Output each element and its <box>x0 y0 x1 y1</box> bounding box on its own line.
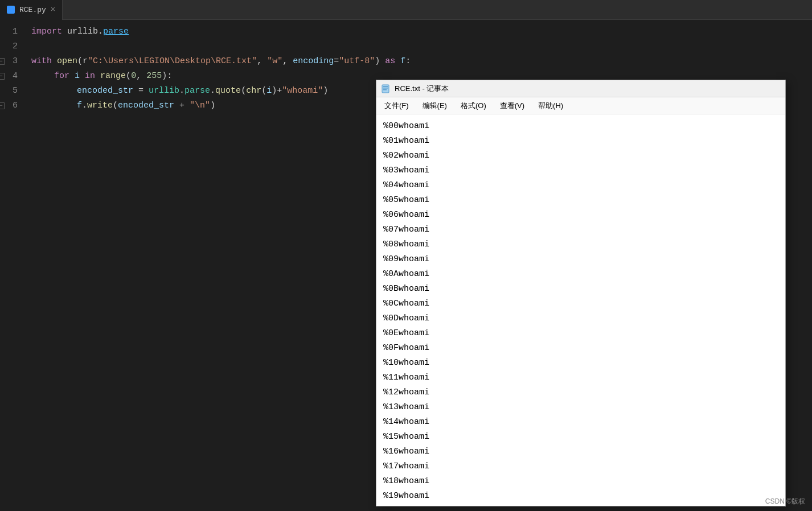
watermark: CSDN ©版权 <box>765 497 805 506</box>
tab-label: RCE.py <box>19 6 46 14</box>
plain: ) <box>375 54 385 69</box>
notepad-line-15: %0Ewhoami <box>383 326 778 341</box>
notepad-line-16: %0Fwhoami <box>383 341 778 356</box>
plain: ( <box>126 69 131 84</box>
plain: + <box>174 98 190 113</box>
notepad-line-12: %0Bwhoami <box>383 282 778 296</box>
plain: )+ <box>272 84 282 98</box>
notepad-app-icon <box>381 84 390 93</box>
plain: ( <box>241 84 246 98</box>
notepad-menubar: 文件(F) 编辑(E) 格式(O) 查看(V) 帮助(H) <box>376 97 785 114</box>
plain: ): <box>162 69 172 84</box>
plain: = <box>334 54 339 69</box>
code-line-1: import urllib.parse <box>31 24 812 39</box>
tab-close-button[interactable]: × <box>51 6 55 14</box>
plain: ) <box>210 98 215 113</box>
notepad-line-13: %0Cwhoami <box>383 296 778 311</box>
var-f2: f <box>77 98 82 113</box>
var-encoded-str: encoded_str <box>77 84 133 98</box>
notepad-line-11: %0Awhoami <box>383 267 778 282</box>
menu-help[interactable]: 帮助(H) <box>532 98 569 113</box>
notepad-window[interactable]: RCE.txt - 记事本 文件(F) 编辑(E) 格式(O) 查看(V) 帮助… <box>376 80 786 506</box>
keyword-as: as <box>385 54 395 69</box>
plain <box>95 69 100 84</box>
menu-file[interactable]: 文件(F) <box>379 98 415 113</box>
notepad-line-5: %04whoami <box>383 178 778 193</box>
var-encoded-str2: encoded_str <box>118 98 174 113</box>
notepad-line-17: %10whoami <box>383 356 778 370</box>
svg-rect-3 <box>383 89 387 90</box>
plain: , <box>136 69 146 84</box>
builtin-open: open <box>57 54 77 69</box>
plain: ) <box>323 84 328 98</box>
notepad-line-9: %08whoami <box>383 237 778 252</box>
line-number-6: − 6 <box>0 98 22 113</box>
notepad-line-2: %01whoami <box>383 134 778 149</box>
fn-write: write <box>87 98 113 113</box>
notepad-line-1: %00whoami <box>383 119 778 134</box>
line-number-3: − 3 <box>0 54 22 69</box>
notepad-line-3: %02whoami <box>383 149 778 163</box>
str-whoami: "whoami" <box>282 84 323 98</box>
notepad-line-22: %15whoami <box>383 430 778 444</box>
keyword-in: in <box>85 69 95 84</box>
notepad-line-23: %16whoami <box>383 444 778 459</box>
fold-4[interactable]: − <box>0 73 5 80</box>
str-filepath: "C:\Users\LEGION\Desktop\RCE.txt" <box>88 54 257 69</box>
keyword-with: with <box>31 54 52 69</box>
plain: ( <box>261 84 266 98</box>
line-number-1: 1 <box>0 24 22 39</box>
plain: (r <box>77 54 88 69</box>
fold-6[interactable]: − <box>0 102 5 109</box>
code-line-3: with open (r "C:\Users\LEGION\Desktop\RC… <box>31 54 812 69</box>
fold-3[interactable]: − <box>0 58 5 65</box>
svg-rect-2 <box>383 88 388 89</box>
menu-format[interactable]: 格式(O) <box>455 98 492 113</box>
notepad-line-20: %13whoami <box>383 400 778 415</box>
notepad-line-6: %05whoami <box>383 193 778 208</box>
notepad-line-7: %06whoami <box>383 208 778 222</box>
line-number-4: − 4 <box>0 69 22 84</box>
code-line-2 <box>31 39 812 54</box>
plain <box>52 54 57 69</box>
plain <box>69 69 75 84</box>
python-file-icon <box>7 6 15 14</box>
notepad-title: RCE.txt - 记事本 <box>395 84 781 94</box>
tab-bar: RCE.py × <box>0 0 812 20</box>
notepad-titlebar: RCE.txt - 记事本 <box>376 80 785 97</box>
plain: . <box>210 84 215 98</box>
var-i2: i <box>266 84 272 98</box>
plain: : <box>405 54 411 69</box>
line-number-5: 5 <box>0 84 22 98</box>
notepad-line-24: %17whoami <box>383 459 778 474</box>
builtin-range: range <box>100 69 126 84</box>
notepad-line-18: %11whoami <box>383 370 778 385</box>
num-255: 255 <box>146 69 162 84</box>
var-f: f <box>400 54 405 69</box>
plain: = <box>133 84 149 98</box>
tab-rce-py[interactable]: RCE.py × <box>0 0 63 20</box>
notepad-line-14: %0Dwhoami <box>383 311 778 326</box>
plain: ( <box>113 98 118 113</box>
notepad-line-19: %12whoami <box>383 385 778 400</box>
str-newline: "\n" <box>190 98 210 113</box>
line-number-2: 2 <box>0 39 22 54</box>
plain <box>80 69 85 84</box>
module-parse: parse <box>103 24 129 39</box>
notepad-line-26: %19whoami <box>383 489 778 504</box>
menu-view[interactable]: 查看(V) <box>494 98 530 113</box>
menu-edit[interactable]: 编辑(E) <box>417 98 453 113</box>
keyword-import: import <box>31 24 62 39</box>
notepad-line-8: %07whoami <box>383 222 778 237</box>
notepad-line-25: %18whoami <box>383 474 778 489</box>
plain: . <box>82 98 87 113</box>
mod-urllib: urllib <box>149 84 179 98</box>
builtin-chr: chr <box>246 84 261 98</box>
line-numbers: 1 2 − 3 − 4 5 − 6 <box>0 24 31 113</box>
keyword-for: for <box>54 69 69 84</box>
var-i: i <box>75 69 80 84</box>
plain: . <box>179 84 184 98</box>
param-encoding: encoding <box>293 54 334 69</box>
plain: , <box>282 54 293 69</box>
notepad-content[interactable]: %00whoami %01whoami %02whoami %03whoami … <box>376 114 785 506</box>
